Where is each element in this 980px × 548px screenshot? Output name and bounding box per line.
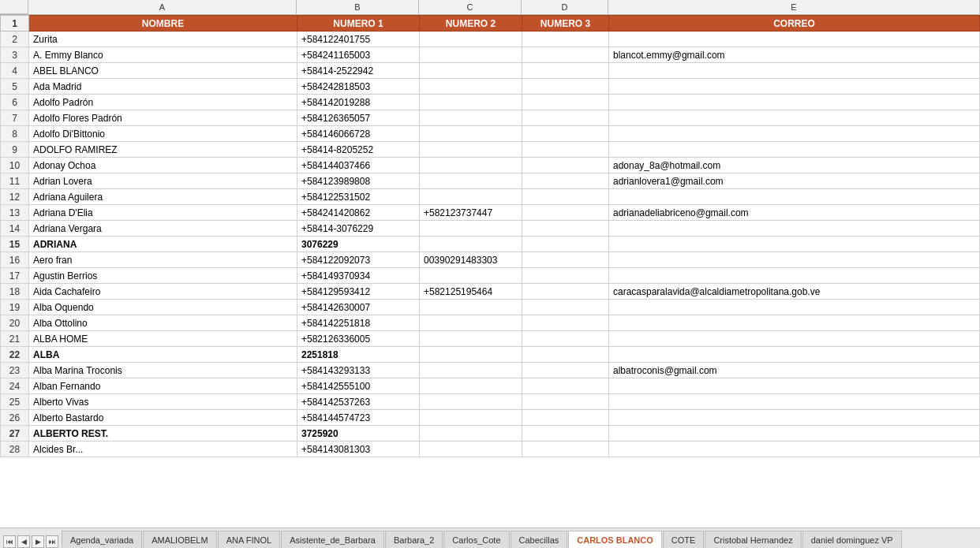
sheet-tab[interactable]: CARLOS BLANCO (568, 531, 662, 548)
sheet-tab[interactable]: AMALIOBELM (143, 531, 217, 548)
numero2-cell[interactable] (420, 47, 522, 63)
sheet-tab[interactable]: Cabecillas (511, 531, 568, 548)
numero2-cell[interactable] (420, 300, 522, 315)
nombre-cell[interactable]: Adriana Vergara (29, 221, 297, 237)
row-num-4[interactable]: 4 (1, 63, 29, 79)
correo-cell[interactable] (609, 378, 980, 394)
correo-cell[interactable] (609, 410, 980, 426)
numero3-cell[interactable] (522, 142, 609, 158)
numero3-cell[interactable] (522, 300, 609, 315)
numero1-cell[interactable]: +584142630007 (297, 300, 420, 315)
numero2-cell[interactable] (420, 237, 522, 252)
tab-last-btn[interactable]: ⏭ (46, 535, 58, 548)
numero2-cell[interactable] (420, 442, 522, 457)
numero1-cell[interactable]: +584241420862 (297, 205, 420, 221)
numero2-cell[interactable]: +582123737447 (420, 205, 522, 221)
numero2-cell[interactable]: 00390291483303 (420, 252, 522, 268)
numero3-cell[interactable] (522, 284, 609, 300)
nombre-cell[interactable]: ALBERTO REST. (29, 426, 297, 442)
numero3-cell[interactable] (522, 79, 609, 95)
numero3-cell[interactable] (522, 63, 609, 79)
correo-cell[interactable] (609, 347, 980, 363)
col-header-d[interactable]: D (522, 0, 608, 14)
correo-cell[interactable] (609, 63, 980, 79)
row-num-5[interactable]: 5 (1, 79, 29, 95)
numero2-cell[interactable] (420, 173, 522, 189)
row-num-10[interactable]: 10 (1, 158, 29, 173)
row-num-6[interactable]: 6 (1, 95, 29, 110)
sheet-tab[interactable]: Cristobal Hernandez (705, 531, 801, 548)
nombre-cell[interactable]: ABEL BLANCO (29, 63, 297, 79)
numero2-cell[interactable] (420, 142, 522, 158)
correo-cell[interactable] (609, 300, 980, 315)
numero3-cell[interactable] (522, 95, 609, 110)
col-header-c[interactable]: C (419, 0, 522, 14)
numero1-cell[interactable]: +582126336005 (297, 331, 420, 347)
numero1-cell[interactable]: +584142251818 (297, 315, 420, 331)
row-num-17[interactable]: 17 (1, 268, 29, 284)
nombre-cell[interactable]: Agustin Berrios (29, 268, 297, 284)
correo-cell[interactable] (609, 237, 980, 252)
numero1-cell[interactable]: 3725920 (297, 426, 420, 442)
numero1-cell[interactable]: +584142019288 (297, 95, 420, 110)
correo-cell[interactable] (609, 315, 980, 331)
row-num-18[interactable]: 18 (1, 284, 29, 300)
nombre-cell[interactable]: ADRIANA (29, 237, 297, 252)
numero3-cell[interactable] (522, 47, 609, 63)
numero1-cell[interactable]: +584122092073 (297, 252, 420, 268)
correo-cell[interactable] (609, 95, 980, 110)
numero3-cell[interactable] (522, 189, 609, 205)
correo-cell[interactable]: albatroconis@gmail.com (609, 363, 980, 378)
row-num-26[interactable]: 26 (1, 410, 29, 426)
row-num-12[interactable]: 12 (1, 189, 29, 205)
nombre-cell[interactable]: Aida Cachafeiro (29, 284, 297, 300)
numero2-cell[interactable] (420, 410, 522, 426)
numero1-cell[interactable]: +584122401755 (297, 32, 420, 47)
numero1-cell[interactable]: +584146066728 (297, 126, 420, 142)
nombre-cell[interactable]: Adolfo Di'Bittonio (29, 126, 297, 142)
correo-cell[interactable] (609, 394, 980, 410)
numero1-cell[interactable]: +58414-2522942 (297, 63, 420, 79)
numero3-cell[interactable] (522, 173, 609, 189)
correo-cell[interactable]: adonay_8a@hotmail.com (609, 158, 980, 173)
numero2-cell[interactable] (420, 331, 522, 347)
numero3-cell[interactable] (522, 110, 609, 126)
col-header-a[interactable]: A (28, 0, 297, 14)
numero1-cell[interactable]: 2251818 (297, 347, 420, 363)
nombre-cell[interactable]: Adrian Lovera (29, 173, 297, 189)
row-num-21[interactable]: 21 (1, 331, 29, 347)
row-num-19[interactable]: 19 (1, 300, 29, 315)
sheet-tab[interactable]: ANA FINOL (218, 531, 280, 548)
row-num-20[interactable]: 20 (1, 315, 29, 331)
sheet-tab[interactable]: Agenda_variada (62, 531, 142, 548)
correo-cell[interactable]: caracasparalavida@alcaldiametropolitana.… (609, 284, 980, 300)
correo-cell[interactable]: blancot.emmy@gmail.com (609, 47, 980, 63)
row-num-25[interactable]: 25 (1, 394, 29, 410)
numero1-cell[interactable]: +584142555100 (297, 378, 420, 394)
numero1-cell[interactable]: +584129593412 (297, 284, 420, 300)
numero3-cell[interactable] (522, 315, 609, 331)
numero2-cell[interactable] (420, 79, 522, 95)
nombre-cell[interactable]: Alba Marina Troconis (29, 363, 297, 378)
numero1-cell[interactable]: +584242818503 (297, 79, 420, 95)
numero3-cell[interactable] (522, 442, 609, 457)
sheet-tab[interactable]: COTE (663, 531, 705, 548)
nombre-cell[interactable]: ALBA (29, 347, 297, 363)
correo-cell[interactable] (609, 79, 980, 95)
nombre-cell[interactable]: A. Emmy Blanco (29, 47, 297, 63)
tab-first-btn[interactable]: ⏮ (3, 535, 16, 548)
nombre-cell[interactable]: ADOLFO RAMIREZ (29, 142, 297, 158)
row-num-8[interactable]: 8 (1, 126, 29, 142)
numero2-cell[interactable] (420, 394, 522, 410)
numero1-cell[interactable]: +584142537263 (297, 394, 420, 410)
numero2-cell[interactable] (420, 126, 522, 142)
numero3-cell[interactable] (522, 410, 609, 426)
row-num-13[interactable]: 13 (1, 205, 29, 221)
numero1-cell[interactable]: +584144037466 (297, 158, 420, 173)
correo-cell[interactable] (609, 32, 980, 47)
correo-cell[interactable] (609, 126, 980, 142)
correo-cell[interactable] (609, 189, 980, 205)
numero2-cell[interactable] (420, 158, 522, 173)
nombre-cell[interactable]: Adonay Ochoa (29, 158, 297, 173)
nombre-cell[interactable]: Ada Madrid (29, 79, 297, 95)
